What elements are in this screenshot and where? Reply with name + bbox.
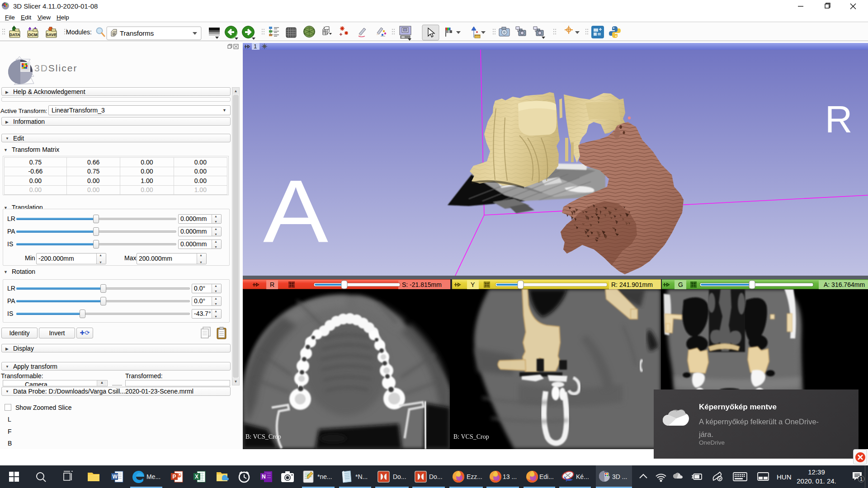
svg-text:R: 241.901mm: R: 241.901mm	[611, 281, 653, 288]
svg-text:N: N	[262, 474, 266, 480]
svg-text:Modules:: Modules:	[66, 28, 92, 36]
svg-text:HUN: HUN	[777, 473, 792, 481]
svg-text:DCM: DCM	[28, 33, 38, 37]
svg-text:X: X	[195, 474, 198, 480]
svg-text:P: P	[173, 474, 176, 480]
svg-text:*ne...: *ne...	[317, 473, 332, 480]
svg-text:Y: Y	[471, 281, 475, 288]
svg-text:G: G	[678, 281, 683, 288]
svg-text:B: VCS_Crop: B: VCS_Crop	[245, 433, 281, 440]
svg-text:S: -21.815mm: S: -21.815mm	[402, 281, 442, 288]
svg-text:13 ...: 13 ...	[503, 473, 517, 480]
svg-text:Ezz...: Ezz...	[467, 473, 482, 480]
svg-text:2020. 01. 24.: 2020. 01. 24.	[797, 477, 836, 485]
svg-text:Do...: Do...	[393, 473, 406, 480]
svg-text:R: R	[270, 281, 274, 288]
svg-text:1: 1	[254, 43, 257, 50]
svg-text:SAVE: SAVE	[46, 33, 57, 37]
svg-text:Transforms: Transforms	[120, 29, 154, 37]
svg-text:R: R	[825, 98, 853, 141]
svg-text:Ké...: Ké...	[576, 473, 589, 480]
svg-text:B: VCS_Crop: B: VCS_Crop	[453, 433, 489, 440]
svg-text:*N...: *N...	[355, 473, 368, 480]
svg-text:W: W	[113, 474, 118, 480]
svg-text:3D ...: 3D ...	[612, 473, 627, 480]
svg-text:12:39: 12:39	[808, 468, 825, 476]
svg-text:1: 1	[860, 476, 863, 482]
svg-text:Do...: Do...	[429, 473, 443, 480]
svg-text:A: A	[263, 162, 328, 261]
svg-text:DATA: DATA	[9, 33, 20, 37]
svg-text:Edi...: Edi...	[539, 473, 554, 480]
svg-text:Me...: Me...	[146, 473, 160, 480]
svg-text:A: 316.764mm: A: 316.764mm	[824, 281, 865, 288]
